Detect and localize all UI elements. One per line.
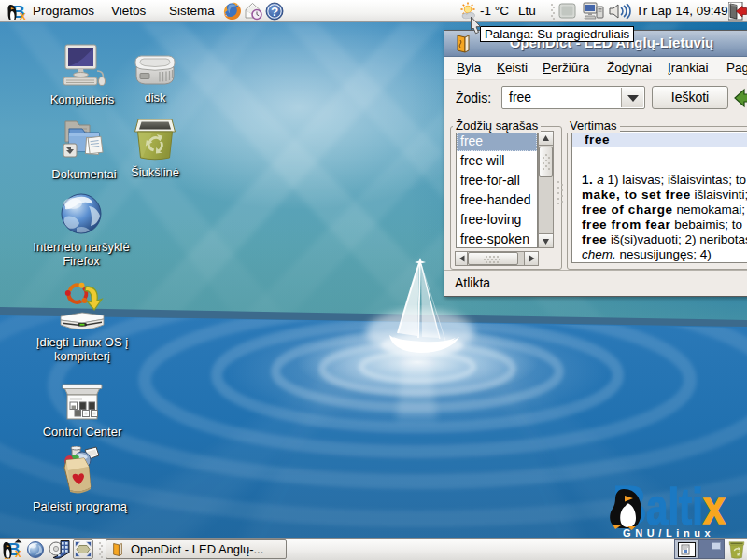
svg-text:x: x	[15, 547, 21, 559]
svg-text:?: ?	[271, 5, 278, 19]
svg-text:x: x	[20, 9, 26, 20]
svg-text:x: x	[703, 482, 726, 534]
